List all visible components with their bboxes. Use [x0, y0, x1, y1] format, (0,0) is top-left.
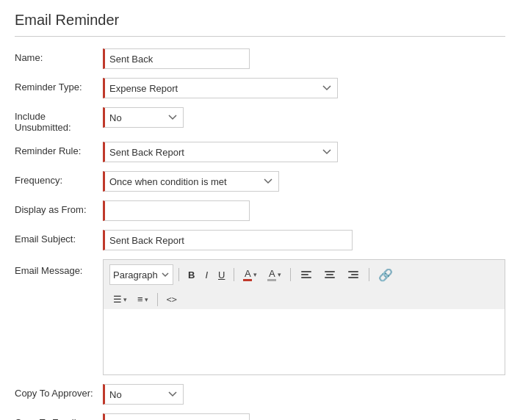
font-color-chevron: ▾ — [253, 271, 257, 278]
reminder-type-select[interactable]: Expense Report Travel Request Invoice — [103, 78, 338, 98]
unordered-list-chevron: ▾ — [123, 296, 127, 303]
unordered-list-button[interactable]: ☰ ▾ — [109, 292, 131, 306]
italic-button[interactable]: I — [201, 268, 212, 282]
reminder-type-row: Reminder Type: Expense Report Travel Req… — [15, 78, 505, 98]
copy-email-control — [103, 413, 505, 420]
underline-button[interactable]: U — [214, 268, 228, 282]
message-editor[interactable] — [103, 309, 505, 375]
reminder-type-control: Expense Report Travel Request Invoice — [103, 78, 505, 98]
title-divider — [15, 36, 505, 37]
toolbar-divider-2 — [234, 268, 234, 281]
font-color-bar — [243, 279, 252, 281]
align-right-icon — [347, 269, 360, 280]
copy-approver-label: Copy To Approver: — [15, 384, 103, 399]
link-icon: 🔗 — [378, 268, 393, 282]
highlight-color-bar — [267, 279, 276, 281]
name-control — [103, 48, 505, 69]
highlight-color-chevron: ▾ — [278, 271, 281, 278]
toolbar-divider-1 — [178, 268, 179, 281]
toolbar-row2: ☰ ▾ ≡ ▾ <> — [103, 289, 505, 309]
copy-approver-row: Copy To Approver: No Yes — [15, 384, 505, 405]
subject-control — [103, 230, 505, 250]
highlight-color-icon: A — [267, 269, 276, 281]
unordered-list-icon: ☰ — [113, 294, 122, 305]
paragraph-style-select[interactable]: Paragraph Heading 1 Heading 2 — [109, 264, 173, 285]
toolbar-divider-3 — [290, 268, 291, 281]
toolbar-divider-4 — [369, 268, 369, 281]
toolbar-row1: Paragraph Heading 1 Heading 2 B I U A ▾ … — [103, 259, 505, 289]
include-row: Include Unsubmitted: No Yes — [15, 107, 505, 133]
align-center-icon — [323, 269, 336, 280]
copy-approver-control: No Yes — [103, 384, 505, 405]
ordered-list-chevron: ▾ — [145, 296, 148, 303]
from-row: Display as From: — [15, 200, 505, 221]
highlight-color-button[interactable]: A ▾ — [264, 267, 285, 283]
frequency-row: Frequency: Once when condition is met Da… — [15, 171, 505, 192]
from-label: Display as From: — [15, 200, 103, 215]
reminder-type-label: Reminder Type: — [15, 78, 103, 93]
copy-email-row: Copy To Email Address: — [15, 413, 505, 420]
message-row: Email Message: Paragraph Heading 1 Headi… — [15, 259, 505, 375]
subject-label: Email Subject: — [15, 230, 103, 245]
from-input[interactable] — [103, 200, 250, 221]
copy-email-label: Copy To Email Address: — [15, 413, 103, 420]
align-left-icon — [300, 269, 313, 280]
name-label: Name: — [15, 48, 103, 63]
rule-row: Reminder Rule: Sent Back Report Pending … — [15, 142, 505, 162]
font-color-icon: A — [243, 269, 252, 281]
from-control — [103, 200, 505, 221]
link-button[interactable]: 🔗 — [375, 267, 397, 283]
ordered-list-button[interactable]: ≡ ▾ — [134, 292, 152, 306]
frequency-select[interactable]: Once when condition is met Daily Weekly — [103, 171, 279, 192]
message-control: Paragraph Heading 1 Heading 2 B I U A ▾ … — [103, 259, 505, 375]
include-select[interactable]: No Yes — [103, 107, 184, 128]
font-color-button[interactable]: A ▾ — [239, 267, 261, 283]
copy-approver-select[interactable]: No Yes — [103, 384, 184, 405]
name-input[interactable] — [103, 48, 250, 69]
code-button[interactable]: <> — [163, 293, 181, 306]
include-label: Include Unsubmitted: — [15, 107, 103, 133]
toolbar-divider-5 — [157, 293, 158, 306]
subject-input[interactable] — [103, 230, 353, 250]
include-control: No Yes — [103, 107, 505, 128]
rule-label: Reminder Rule: — [15, 142, 103, 156]
page-title: Email Reminder — [15, 12, 505, 29]
subject-row: Email Subject: — [15, 230, 505, 250]
align-center-button[interactable] — [319, 268, 340, 281]
copy-email-input[interactable] — [103, 413, 250, 420]
rule-select[interactable]: Sent Back Report Pending Approval Overdu… — [103, 142, 338, 162]
name-row: Name: — [15, 48, 505, 69]
message-label: Email Message: — [15, 259, 103, 276]
align-right-button[interactable] — [343, 268, 364, 281]
rule-control: Sent Back Report Pending Approval Overdu… — [103, 142, 505, 162]
ordered-list-icon: ≡ — [137, 294, 143, 305]
frequency-label: Frequency: — [15, 171, 103, 186]
frequency-control: Once when condition is met Daily Weekly — [103, 171, 505, 192]
code-icon: <> — [167, 294, 177, 305]
bold-button[interactable]: B — [184, 268, 198, 282]
align-left-button[interactable] — [296, 268, 317, 281]
